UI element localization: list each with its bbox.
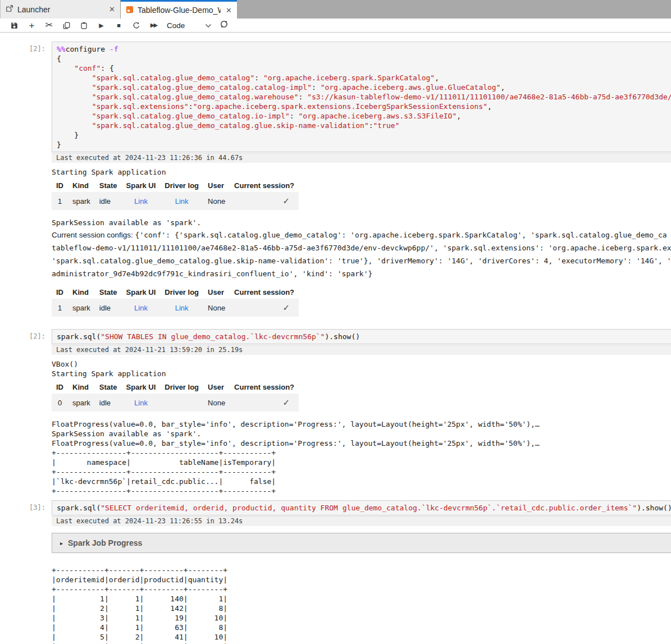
chevron-down-icon	[205, 21, 212, 30]
column-header: Kind	[68, 179, 95, 192]
tab-launcher-label: Launcher	[17, 5, 104, 14]
column-header: Current session?	[230, 286, 299, 299]
column-header: User	[203, 381, 230, 394]
spark-job-progress-label: Spark Job Progress	[68, 538, 142, 547]
spark-sessions-table: IDKindStateSpark UIDriver logUserCurrent…	[52, 179, 299, 210]
cell-output-text: SparkSession available as 'spark'.	[52, 218, 671, 227]
cell-output-text: VBox() Starting Spark application	[52, 359, 671, 378]
column-header: ID	[52, 286, 68, 299]
stop-kernel-icon[interactable]: ■	[110, 22, 127, 29]
save-icon[interactable]	[6, 21, 23, 29]
session-cell: spark	[68, 299, 95, 317]
column-header: User	[203, 286, 230, 299]
session-cell: idle	[95, 192, 122, 210]
session-configs-output: Current session configs: {'conf': {'spar…	[52, 229, 671, 280]
link[interactable]: Link	[134, 399, 148, 407]
tab-notebook[interactable]: Tableflow-Glue-Demo_Wor ✕	[121, 0, 237, 19]
column-header: Driver log	[160, 381, 203, 394]
session-cell: idle	[95, 394, 122, 412]
cell-output-text: FloatProgress(value=0.0, bar_style='info…	[52, 419, 671, 496]
cell-output-text: Starting Spark application	[52, 167, 671, 177]
expand-arrow-icon: ▸	[60, 540, 63, 546]
launcher-icon	[6, 4, 13, 14]
session-cell: Link	[122, 394, 161, 412]
copy-cells-icon[interactable]	[58, 21, 75, 29]
run-cell-icon[interactable]: ▶	[93, 22, 110, 29]
notebook-file-icon	[126, 6, 134, 15]
session-cell: Link	[122, 192, 161, 210]
column-header: Driver log	[160, 286, 203, 299]
cell-body: spark.sql("SELECT orderitemid, orderid, …	[52, 500, 671, 644]
session-cell: idle	[95, 299, 122, 317]
column-header: Spark UI	[122, 179, 161, 192]
column-header: State	[95, 286, 122, 299]
close-tab-icon[interactable]: ✕	[225, 6, 232, 15]
session-row: 1sparkidleLinkLinkNone✓	[52, 299, 299, 317]
paste-cells-icon[interactable]	[75, 21, 93, 29]
session-cell: spark	[68, 394, 95, 412]
tab-launcher[interactable]: Launcher ✕	[0, 0, 121, 19]
kernel-status-icon	[220, 20, 229, 31]
notebook-cell: [3]:spark.sql("SELECT orderitemid, order…	[0, 500, 671, 644]
configs-prefix: Current session configs:	[52, 231, 135, 239]
add-cell-icon[interactable]: +	[23, 21, 40, 30]
session-cell: Link	[160, 192, 203, 210]
session-cell: 1	[52, 299, 68, 317]
column-header: Spark UI	[122, 381, 161, 394]
execution-count: [2]:	[0, 42, 52, 325]
restart-kernel-icon[interactable]	[127, 21, 145, 30]
session-cell: None	[203, 394, 230, 412]
column-header: Kind	[68, 381, 95, 394]
cell-type-value: Code	[167, 21, 185, 30]
notebook-toolbar: + ✂ ▶ ■ ▶▶ Code	[0, 19, 671, 33]
tab-bar: Launcher ✕ Tableflow-Glue-Demo_Wor ✕	[0, 0, 671, 19]
column-header: Current session?	[230, 179, 299, 192]
link[interactable]: Link	[134, 197, 148, 205]
column-header: Kind	[68, 286, 95, 299]
session-cell: None	[203, 299, 230, 317]
execution-count: [3]:	[0, 500, 52, 644]
spark-sessions-table: IDKindStateSpark UIDriver logUserCurrent…	[52, 381, 299, 412]
notebook-content: [2]:%%configure -f{ "conf": { "spark.sql…	[0, 33, 671, 644]
session-cell: 1	[52, 192, 68, 210]
cell-body: spark.sql("SHOW TABLES IN glue_demo_cata…	[52, 329, 671, 496]
execution-count: [2]:	[0, 329, 52, 496]
column-header: Driver log	[160, 179, 203, 192]
restart-run-all-icon[interactable]: ▶▶	[145, 22, 162, 28]
column-header: State	[95, 381, 122, 394]
close-tab-icon[interactable]: ✕	[108, 5, 115, 13]
session-cell: spark	[68, 192, 95, 210]
current-session-check: ✓	[230, 299, 299, 317]
execution-status: Last executed at 2024-11-23 11:26:55 in …	[52, 516, 671, 526]
tab-bar-filler	[237, 0, 671, 19]
notebook-cell: [2]:%%configure -f{ "conf": { "spark.sql…	[0, 42, 671, 325]
column-header: ID	[52, 179, 68, 192]
notebook-cell: [2]:spark.sql("SHOW TABLES IN glue_demo_…	[0, 329, 671, 496]
code-cell-input[interactable]: %%configure -f{ "conf": { "spark.sql.cat…	[52, 42, 671, 152]
session-cell: 0	[52, 394, 68, 412]
column-header: Spark UI	[122, 286, 161, 299]
cut-cells-icon[interactable]: ✂	[40, 21, 58, 30]
code-cell-input[interactable]: spark.sql("SELECT orderitemid, orderid, …	[52, 500, 671, 515]
execution-status: Last executed at 2024-11-23 11:26:36 in …	[52, 153, 671, 163]
session-row: 1sparkidleLinkLinkNone✓	[52, 192, 299, 210]
execution-status: Last executed at 2024-11-21 13:59:20 in …	[52, 345, 671, 355]
spark-job-progress-panel[interactable]: ▸Spark Job Progress	[52, 533, 671, 553]
column-header: State	[95, 179, 122, 192]
session-cell: Link	[122, 299, 161, 317]
cell-type-select[interactable]: Code	[167, 21, 212, 30]
link[interactable]: Link	[134, 304, 148, 312]
code-cell-input[interactable]: spark.sql("SHOW TABLES IN glue_demo_cata…	[52, 329, 671, 344]
current-session-check: ✓	[230, 192, 299, 210]
session-cell: None	[203, 192, 230, 210]
session-cell: Link	[160, 299, 203, 317]
session-row: 0sparkidleLinkNone✓	[52, 394, 299, 412]
column-header: ID	[52, 381, 68, 394]
current-session-check: ✓	[230, 394, 299, 412]
column-header: User	[203, 179, 230, 192]
tab-notebook-label: Tableflow-Glue-Demo_Wor	[138, 6, 221, 15]
cell-output-text: +-----------+-------+---------+--------+…	[52, 565, 671, 644]
link[interactable]: Link	[175, 304, 189, 312]
link[interactable]: Link	[175, 197, 189, 205]
spark-sessions-table: IDKindStateSpark UIDriver logUserCurrent…	[52, 286, 299, 317]
